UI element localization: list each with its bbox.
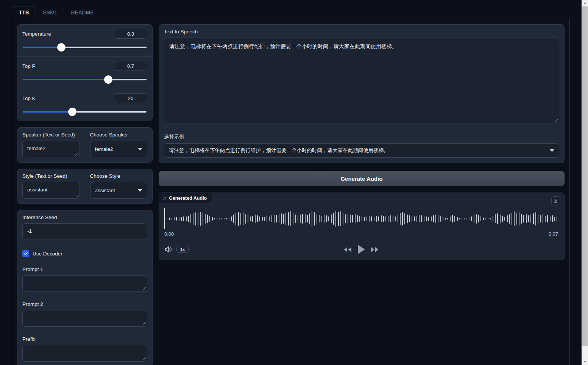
temperature-slider[interactable] — [23, 43, 147, 52]
style-text-label: Style (Text or Seed) — [22, 173, 80, 179]
speaker-text-label: Speaker (Text or Seed) — [22, 132, 80, 138]
top-k-slider-handle[interactable] — [68, 108, 76, 116]
generated-audio-player: ♫ Generated Audio 0:00 0:07 — [159, 193, 565, 260]
inference-seed-input[interactable]: -1 — [22, 223, 147, 240]
examples-label: 选择示例 — [164, 133, 559, 140]
top-p-slider-handle[interactable] — [104, 75, 112, 84]
player-controls: 1x — [164, 243, 558, 256]
scrollbar-thumb[interactable] — [582, 6, 588, 346]
playhead-cursor[interactable] — [164, 208, 165, 229]
volume-icon[interactable] — [164, 246, 173, 253]
prompt1-label: Prompt 1 — [22, 266, 147, 272]
prefix-label: Prefix — [22, 336, 147, 342]
temperature-value-input[interactable]: 0.3 — [114, 29, 147, 39]
resize-handle-icon[interactable] — [75, 152, 78, 156]
prompt2-label: Prompt 2 — [22, 301, 147, 307]
use-decoder-checkbox[interactable] — [22, 250, 29, 257]
waveform-bars — [164, 208, 558, 229]
tts-text-label: Text to Speech — [164, 29, 559, 34]
top-p-row: Top P 0.7 — [17, 57, 152, 89]
rewind-icon[interactable] — [343, 247, 352, 252]
choose-speaker-dropdown[interactable]: female2 — [90, 141, 148, 157]
play-icon[interactable] — [357, 244, 365, 254]
duration: 0:07 — [549, 231, 558, 237]
temperature-row: Temperature 0.3 — [17, 25, 152, 56]
sampling-panel: Temperature 0.3 Top P 0.7 — [17, 24, 153, 121]
use-decoder-label: Use Decoder — [33, 251, 62, 257]
top-k-value-input[interactable]: 20 — [114, 93, 147, 103]
tab-readme[interactable]: README — [64, 6, 101, 19]
style-text-input[interactable]: assistant — [22, 182, 80, 199]
fast-forward-icon[interactable] — [371, 247, 379, 252]
use-decoder-row[interactable]: Use Decoder — [17, 245, 152, 262]
page-scrollbar[interactable] — [582, 0, 588, 365]
playback-speed-button[interactable]: 1x — [176, 246, 189, 253]
download-icon — [554, 199, 558, 203]
current-time: 0:00 — [164, 231, 174, 237]
generate-audio-button[interactable]: Generate Audio — [159, 171, 565, 186]
prefix-input[interactable] — [22, 345, 147, 362]
tab-bar: TTS SSML README — [12, 6, 570, 19]
tab-content-tts: Temperature 0.3 Top P 0.7 — [12, 19, 570, 365]
temperature-label: Temperature — [22, 31, 51, 37]
speaker-text-input[interactable]: female2 — [22, 141, 80, 157]
resize-handle-icon[interactable] — [554, 119, 558, 122]
speaker-panel: Speaker (Text or Seed) female2 Choose Sp… — [17, 127, 153, 163]
check-icon — [23, 251, 28, 256]
top-k-label: Top K — [22, 96, 36, 101]
prompt1-input[interactable] — [22, 275, 147, 292]
choose-style-dropdown[interactable]: assistant — [90, 182, 148, 199]
chevron-down-icon — [138, 189, 142, 192]
tab-tts[interactable]: TTS — [12, 6, 36, 19]
top-k-slider[interactable] — [23, 108, 147, 116]
tts-input-panel: Text to Speech 请注意，电梯将在下午两点进行例行维护，预计需要一个… — [159, 24, 565, 163]
top-p-label: Top P — [22, 63, 36, 69]
waveform[interactable] — [164, 208, 558, 229]
resize-handle-icon[interactable] — [142, 287, 146, 290]
resize-handle-icon[interactable] — [75, 193, 78, 197]
choose-speaker-label: Choose Speaker — [90, 132, 148, 138]
chevron-down-icon — [138, 148, 142, 150]
chevron-down-icon — [550, 149, 554, 152]
left-column: Temperature 0.3 Top P 0.7 — [17, 24, 153, 365]
generated-audio-chip: ♫ Generated Audio — [159, 193, 212, 204]
top-p-value-input[interactable]: 0.7 — [114, 61, 147, 71]
top-p-slider[interactable] — [23, 75, 147, 84]
top-k-row: Top K 20 — [17, 89, 152, 121]
resize-handle-icon[interactable] — [142, 356, 146, 360]
scroll-up-arrow[interactable] — [582, 0, 588, 6]
style-panel: Style (Text or Seed) assistant Choose St… — [17, 169, 153, 204]
right-column: Text to Speech 请注意，电梯将在下午两点进行例行维护，预计需要一个… — [159, 24, 565, 365]
scroll-down-arrow[interactable] — [582, 359, 588, 365]
resize-handle-icon[interactable] — [142, 321, 146, 325]
tts-text-input[interactable]: 请注意，电梯将在下午两点进行例行维护，预计需要一个小时的时间，请大家在此期间使用… — [164, 38, 559, 124]
temperature-slider-handle[interactable] — [57, 43, 66, 52]
generated-audio-title: Generated Audio — [169, 196, 207, 201]
inference-seed-label: Inference Seed — [22, 215, 147, 220]
tab-ssml[interactable]: SSML — [36, 6, 64, 19]
misc-panel: Inference Seed -1 Use Decoder Prompt 1 — [17, 210, 153, 365]
page: TTS SSML README Temperature 0.3 — [12, 6, 570, 365]
choose-style-label: Choose Style — [90, 173, 148, 179]
prompt2-input[interactable] — [22, 310, 147, 327]
music-note-icon: ♫ — [163, 196, 166, 201]
examples-dropdown[interactable]: 请注意，电梯将在下午两点进行例行维护，预计需要一个小时的时间，请大家在此期间使用… — [164, 143, 559, 158]
download-audio-button[interactable] — [551, 196, 560, 205]
